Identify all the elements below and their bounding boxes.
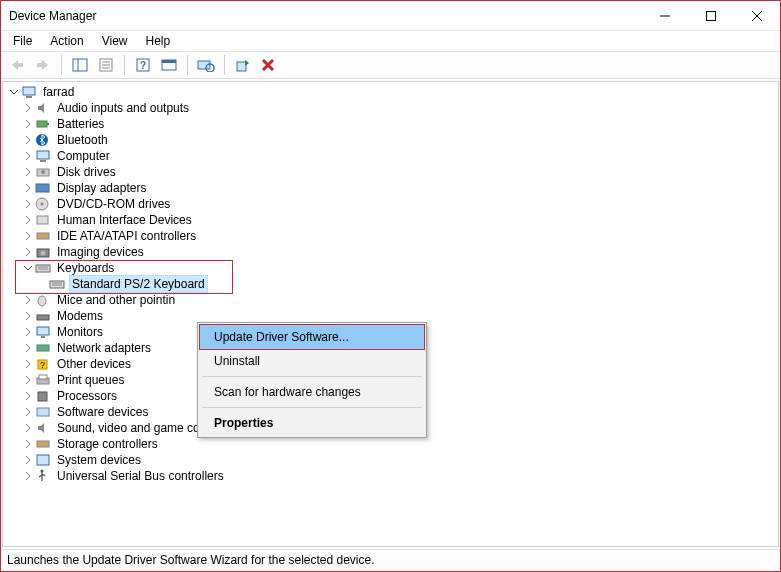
tree-item-display[interactable]: Display adapters [7, 180, 778, 196]
svg-rect-53 [37, 408, 49, 416]
ide-icon [35, 228, 51, 244]
chevron-right-icon[interactable] [21, 229, 35, 243]
device-tree[interactable]: farrad Audio inputs and outputs Batterie… [2, 81, 779, 547]
tree-item-dvd[interactable]: DVD/CD-ROM drives [7, 196, 778, 212]
chevron-right-icon[interactable] [21, 405, 35, 419]
svg-rect-34 [37, 233, 49, 239]
statusbar: Launches the Update Driver Software Wiza… [1, 549, 780, 571]
action-toolbar-button[interactable] [157, 53, 181, 77]
update-driver-button[interactable] [231, 53, 255, 77]
tree-item-keyboards[interactable]: Keyboards [7, 260, 778, 276]
back-arrow-icon [9, 58, 25, 72]
context-menu-label: Scan for hardware changes [214, 385, 361, 399]
tree-item-batteries[interactable]: Batteries [7, 116, 778, 132]
scan-hardware-button[interactable] [194, 53, 218, 77]
menu-file[interactable]: File [5, 32, 40, 50]
cpu-icon [35, 388, 51, 404]
tree-item-label: System devices [55, 452, 143, 468]
software-icon [35, 404, 51, 420]
chevron-right-icon[interactable] [21, 421, 35, 435]
chevron-right-icon[interactable] [21, 181, 35, 195]
tree-item-storage[interactable]: Storage controllers [7, 436, 778, 452]
menu-help[interactable]: Help [138, 32, 179, 50]
chevron-right-icon[interactable] [21, 293, 35, 307]
menu-action[interactable]: Action [42, 32, 91, 50]
svg-text:?: ? [40, 360, 45, 370]
chevron-right-icon[interactable] [21, 197, 35, 211]
chevron-right-icon[interactable] [21, 325, 35, 339]
chevron-right-icon[interactable] [21, 149, 35, 163]
svg-rect-46 [41, 336, 45, 338]
svg-rect-55 [37, 455, 49, 465]
chevron-down-icon[interactable] [7, 85, 21, 99]
chevron-down-icon[interactable] [21, 261, 35, 275]
forward-arrow-icon [35, 58, 51, 72]
uninstall-button[interactable] [257, 53, 281, 77]
tree-item-computer[interactable]: Computer [7, 148, 778, 164]
tree-item-imaging[interactable]: Imaging devices [7, 244, 778, 260]
chevron-right-icon[interactable] [21, 389, 35, 403]
uninstall-icon [261, 58, 277, 72]
svg-point-43 [38, 296, 46, 306]
console-tree-icon [72, 58, 88, 72]
chevron-right-icon[interactable] [21, 213, 35, 227]
display-adapter-icon [35, 180, 51, 196]
minimize-icon [660, 11, 670, 21]
chevron-right-icon[interactable] [21, 373, 35, 387]
context-uninstall[interactable]: Uninstall [200, 349, 424, 373]
close-icon [752, 11, 762, 21]
update-driver-icon [235, 58, 251, 72]
menu-view[interactable]: View [94, 32, 136, 50]
close-button[interactable] [734, 1, 780, 31]
svg-rect-33 [37, 216, 48, 224]
tree-item-disk-drives[interactable]: Disk drives [7, 164, 778, 180]
chevron-right-icon[interactable] [21, 165, 35, 179]
mouse-icon [35, 292, 51, 308]
chevron-right-icon[interactable] [21, 357, 35, 371]
computer-icon [35, 148, 51, 164]
chevron-right-icon[interactable] [21, 117, 35, 131]
tree-item-bluetooth[interactable]: Bluetooth [7, 132, 778, 148]
chevron-right-icon[interactable] [21, 341, 35, 355]
tree-root[interactable]: farrad [7, 84, 778, 100]
chevron-right-icon[interactable] [21, 309, 35, 323]
tree-item-audio[interactable]: Audio inputs and outputs [7, 100, 778, 116]
chevron-right-icon[interactable] [21, 245, 35, 259]
context-update-driver[interactable]: Update Driver Software... [199, 324, 425, 350]
svg-text:?: ? [140, 60, 146, 71]
chevron-right-icon[interactable] [21, 133, 35, 147]
storage-icon [35, 436, 51, 452]
tree-item-hid[interactable]: Human Interface Devices [7, 212, 778, 228]
chevron-right-icon[interactable] [21, 437, 35, 451]
chevron-right-icon[interactable] [21, 469, 35, 483]
sound-icon [35, 420, 51, 436]
toolbar-separator [61, 55, 62, 75]
chevron-right-icon[interactable] [21, 101, 35, 115]
tree-item-system[interactable]: System devices [7, 452, 778, 468]
forward-button[interactable] [31, 53, 55, 77]
minimize-button[interactable] [642, 1, 688, 31]
monitor-icon [35, 324, 51, 340]
help-toolbar-button[interactable]: ? [131, 53, 155, 77]
context-menu-label: Update Driver Software... [214, 330, 349, 344]
properties-toolbar-button[interactable] [94, 53, 118, 77]
show-hide-console-button[interactable] [68, 53, 92, 77]
tree-item-ide[interactable]: IDE ATA/ATAPI controllers [7, 228, 778, 244]
svg-rect-5 [37, 63, 43, 67]
svg-rect-24 [47, 123, 49, 125]
svg-rect-26 [37, 151, 49, 159]
svg-point-32 [41, 203, 44, 206]
system-icon [35, 452, 51, 468]
svg-rect-18 [237, 62, 246, 71]
tree-item-label: Standard PS/2 Keyboard [69, 275, 208, 293]
tree-item-mice[interactable]: Mice and other pointin [7, 292, 778, 308]
tree-item-standard-keyboard[interactable]: Standard PS/2 Keyboard [7, 276, 778, 292]
bluetooth-icon [35, 132, 51, 148]
maximize-button[interactable] [688, 1, 734, 31]
tree-item-usb[interactable]: Universal Serial Bus controllers [7, 468, 778, 484]
chevron-right-icon[interactable] [21, 453, 35, 467]
statusbar-text: Launches the Update Driver Software Wiza… [7, 553, 375, 567]
context-scan[interactable]: Scan for hardware changes [200, 380, 424, 404]
context-properties[interactable]: Properties [200, 411, 424, 435]
back-button[interactable] [5, 53, 29, 77]
